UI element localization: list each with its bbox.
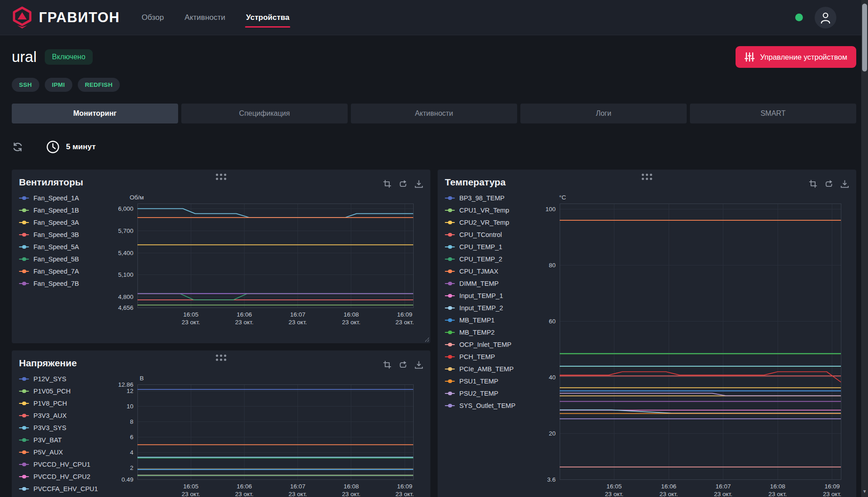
legend-item[interactable]: Fan_Speed_5B <box>19 256 109 263</box>
download-icon[interactable] <box>840 180 849 188</box>
legend-item[interactable]: P1V05_PCH <box>19 388 109 395</box>
legend-item[interactable]: MB_TEMP2 <box>445 329 532 336</box>
legend-item[interactable]: Input_TEMP_1 <box>445 292 532 299</box>
legend-item[interactable]: PCH_TEMP <box>445 353 532 360</box>
svg-text:23 окт.: 23 окт. <box>235 319 254 326</box>
svg-text:8: 8 <box>130 418 133 425</box>
legend-label: P1V05_PCH <box>33 388 71 395</box>
legend-item[interactable]: Input_TEMP_2 <box>445 304 532 312</box>
svg-text:4,656: 4,656 <box>118 304 133 311</box>
legend-item[interactable]: Fan_Speed_3A <box>19 219 109 226</box>
download-icon[interactable] <box>415 180 423 188</box>
legend-item[interactable]: BP3_98_TEMP <box>445 194 532 202</box>
device-name: ural <box>12 48 37 66</box>
refresh-icon <box>12 141 24 153</box>
refresh-button[interactable] <box>12 141 24 153</box>
nav-item[interactable]: Активности <box>184 9 226 26</box>
resize-handle[interactable] <box>425 337 429 342</box>
legend-item[interactable]: P12V_SYS <box>19 375 109 383</box>
tab-Логи[interactable]: Логи <box>520 104 687 123</box>
protocol-tag: IPMI <box>45 78 72 92</box>
svg-text:16:09: 16:09 <box>825 483 840 490</box>
zoom-select-icon[interactable] <box>383 360 392 369</box>
legend-item[interactable]: Fan_Speed_7A <box>19 268 109 275</box>
chart-plot[interactable]: 100806040203.616:0523 окт.16:0623 окт.16… <box>532 193 849 497</box>
legend-item[interactable]: PSU2_TEMP <box>445 390 532 397</box>
user-avatar[interactable] <box>815 7 836 28</box>
legend-item[interactable]: PSU1_TEMP <box>445 378 532 385</box>
scrollbar-thumb[interactable] <box>862 4 867 71</box>
zoom-reset-icon[interactable] <box>399 180 407 188</box>
temp-chart-canvas[interactable]: 100806040203.616:0523 окт.16:0623 окт.16… <box>532 193 848 497</box>
scrollbar-down-arrow[interactable]: ▼ <box>861 489 868 496</box>
page-scrollbar[interactable]: ▼ <box>861 0 868 497</box>
svg-text:°C: °C <box>559 194 566 201</box>
zoom-reset-icon[interactable] <box>399 360 407 369</box>
fans-chart-canvas[interactable]: 6,0005,7005,4005,1004,8004,65616:0523 ок… <box>109 193 420 328</box>
legend-item[interactable]: CPU_TControl <box>445 231 532 238</box>
legend-marker <box>445 332 455 333</box>
zoom-select-icon[interactable] <box>383 180 392 188</box>
legend-item[interactable]: Fan_Speed_1A <box>19 194 109 202</box>
tab-Спецификация[interactable]: Спецификация <box>181 104 348 123</box>
legend-item[interactable]: Fan_Speed_1B <box>19 207 109 214</box>
tab-Мониторинг[interactable]: Мониторинг <box>12 104 178 123</box>
tab-Активности[interactable]: Активности <box>351 104 517 123</box>
manage-device-button[interactable]: Управление устройством <box>736 46 856 68</box>
legend-item[interactable]: SYS_Outlet_TEMP <box>445 402 532 409</box>
zoom-select-icon[interactable] <box>809 180 817 188</box>
svg-text:23 окт.: 23 окт. <box>605 491 623 497</box>
drag-handle-icon[interactable] <box>641 172 654 181</box>
legend-item[interactable]: Fan_Speed_5A <box>19 243 109 251</box>
svg-text:23 окт.: 23 окт. <box>288 491 307 497</box>
brand[interactable]: ГРАВИТОН <box>12 6 120 29</box>
legend-marker <box>19 271 29 272</box>
legend-item[interactable]: CPU_TEMP_2 <box>445 256 532 263</box>
legend-item[interactable]: MB_TEMP1 <box>445 317 532 324</box>
legend-label: Fan_Speed_7A <box>33 268 79 275</box>
fans-chart-card: Вентиляторы Fan_Speed_1AFan_Speed_1BFan_… <box>12 170 430 343</box>
legend-item[interactable]: CPU1_VR_Temp <box>445 207 532 214</box>
legend-item[interactable]: P3V3_AUX <box>19 412 109 419</box>
svg-text:16:07: 16:07 <box>290 483 306 490</box>
legend-marker <box>19 488 29 490</box>
voltage-chart-canvas[interactable]: 12.86121086420.4916:0523 окт.16:0623 окт… <box>109 374 420 497</box>
user-icon <box>820 12 831 24</box>
legend-item[interactable]: P1V8_PCH <box>19 400 109 407</box>
legend-marker <box>445 210 455 211</box>
svg-text:16:06: 16:06 <box>661 483 676 490</box>
legend-item[interactable]: Fan_Speed_3B <box>19 231 109 238</box>
legend-item[interactable]: P3V_BAT <box>19 436 109 444</box>
legend-item[interactable]: P3V3_SYS <box>19 424 109 431</box>
legend-item[interactable]: Fan_Speed_7B <box>19 280 109 287</box>
svg-text:23 окт.: 23 окт. <box>342 319 361 326</box>
time-interval-select[interactable]: 5 минут <box>46 140 95 154</box>
chart-toolbox <box>383 360 423 369</box>
zoom-reset-icon[interactable] <box>825 180 833 188</box>
legend-label: P3V_BAT <box>33 436 62 444</box>
drag-handle-icon[interactable] <box>215 172 228 181</box>
chart-plot[interactable]: 6,0005,7005,4005,1004,8004,65616:0523 ок… <box>109 193 423 330</box>
legend-item[interactable]: PVCCFA_EHV_CPU1 <box>19 485 109 492</box>
legend-label: PVCCD_HV_CPU2 <box>33 473 90 480</box>
drag-handle-icon[interactable] <box>215 353 228 362</box>
svg-text:6: 6 <box>130 434 133 440</box>
legend-item[interactable]: PCIe_AMB_TEMP <box>445 365 532 373</box>
legend-item[interactable]: DIMM_TEMP <box>445 280 532 287</box>
legend-item[interactable]: CPU_TJMAX <box>445 268 532 275</box>
chart-legend: P12V_SYSP1V05_PCHP1V8_PCHP3V3_AUXP3V3_SY… <box>19 374 109 497</box>
legend-item[interactable]: PVCCD_HV_CPU2 <box>19 473 109 480</box>
legend-item[interactable]: PVCCD_HV_CPU1 <box>19 461 109 468</box>
nav-item[interactable]: Обзор <box>141 9 165 26</box>
chart-plot[interactable]: 12.86121086420.4916:0523 окт.16:0623 окт… <box>109 374 423 497</box>
legend-item[interactable]: CPU2_VR_Temp <box>445 219 532 226</box>
legend-item[interactable]: P5V_AUX <box>19 449 109 456</box>
legend-marker <box>445 259 455 260</box>
legend-marker <box>19 403 29 404</box>
tab-SMART[interactable]: SMART <box>690 104 856 123</box>
legend-item[interactable]: OCP_Inlet_TEMP <box>445 341 532 348</box>
nav-item[interactable]: Устройства <box>245 9 290 26</box>
legend-marker <box>19 246 29 248</box>
download-icon[interactable] <box>415 360 423 369</box>
legend-item[interactable]: CPU_TEMP_1 <box>445 243 532 251</box>
